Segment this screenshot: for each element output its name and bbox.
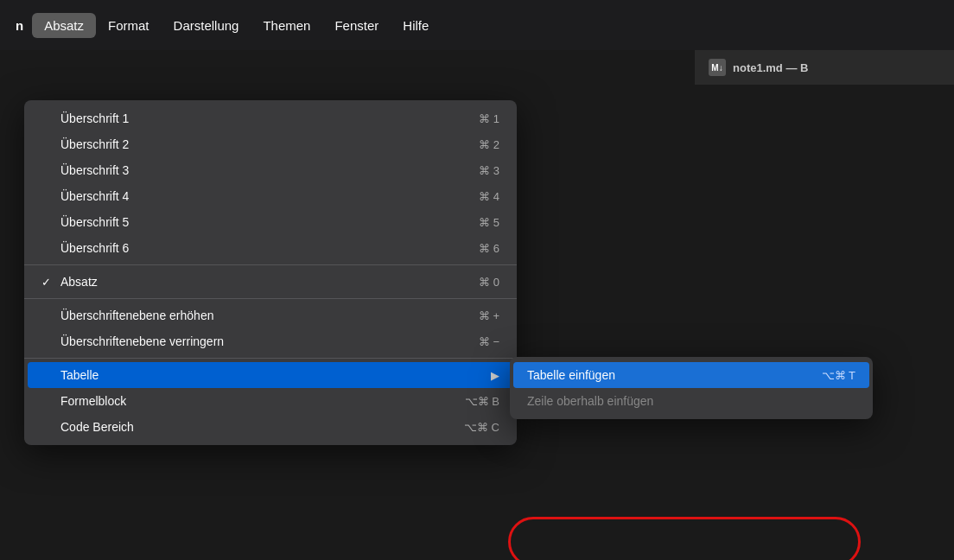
separator-1 <box>24 264 517 265</box>
menu-uberschrift-6[interactable]: Überschrift 6 ⌘ 6 <box>24 235 517 261</box>
menu-uberschrift-erhohen[interactable]: Überschriftenebene erhöhen ⌘ + <box>24 302 517 328</box>
main-content: M↓ note1.md — B Überschrift 1 ⌘ 1 Übersc… <box>0 50 954 560</box>
annotation-circle <box>508 517 861 560</box>
menu-uberschrift-5[interactable]: Überschrift 5 ⌘ 5 <box>24 209 517 235</box>
absatz-dropdown: Überschrift 1 ⌘ 1 Überschrift 2 ⌘ 2 Über… <box>24 100 517 445</box>
menu-uberschrift-verringern[interactable]: Überschriftenebene verringern ⌘ − <box>24 328 517 354</box>
separator-3 <box>24 358 517 359</box>
menu-item-darstellung[interactable]: Darstellung <box>162 13 251 38</box>
menu-item-absatz[interactable]: Absatz <box>32 13 96 38</box>
menu-uberschrift-4[interactable]: Überschrift 4 ⌘ 4 <box>24 183 517 209</box>
menu-item-themen[interactable]: Themen <box>251 13 322 38</box>
menu-item-hilfe[interactable]: Hilfe <box>391 13 441 38</box>
filename-label: note1.md — B <box>733 61 808 74</box>
menu-tabelle[interactable]: Tabelle ▶ Tabelle einfügen ⌥⌘ T Zeile ob… <box>28 362 513 388</box>
title-bar: M↓ note1.md — B <box>695 50 954 85</box>
menu-uberschrift-1[interactable]: Überschrift 1 ⌘ 1 <box>24 105 517 131</box>
submenu-zeile-einfugen[interactable]: Zeile oberhalb einfügen <box>510 388 873 414</box>
separator-2 <box>24 298 517 299</box>
submenu-arrow-icon: ▶ <box>491 369 499 382</box>
menu-formelblock[interactable]: Formelblock ⌥⌘ B <box>24 388 517 414</box>
file-type-icon: M↓ <box>709 59 726 76</box>
menubar: n Absatz Format Darstellung Themen Fenst… <box>0 0 954 50</box>
menu-item-n[interactable]: n <box>7 13 32 38</box>
menu-item-fenster[interactable]: Fenster <box>322 13 391 38</box>
menu-code-bereich[interactable]: Code Bereich ⌥⌘ C <box>24 414 517 440</box>
submenu-tabelle-einfugen[interactable]: Tabelle einfügen ⌥⌘ T <box>513 362 869 388</box>
menu-absatz[interactable]: ✓Absatz ⌘ 0 <box>24 269 517 295</box>
menu-item-format[interactable]: Format <box>96 13 162 38</box>
menu-uberschrift-2[interactable]: Überschrift 2 ⌘ 2 <box>24 131 517 157</box>
tabelle-submenu: Tabelle einfügen ⌥⌘ T Zeile oberhalb ein… <box>510 357 873 419</box>
menu-uberschrift-3[interactable]: Überschrift 3 ⌘ 3 <box>24 157 517 183</box>
